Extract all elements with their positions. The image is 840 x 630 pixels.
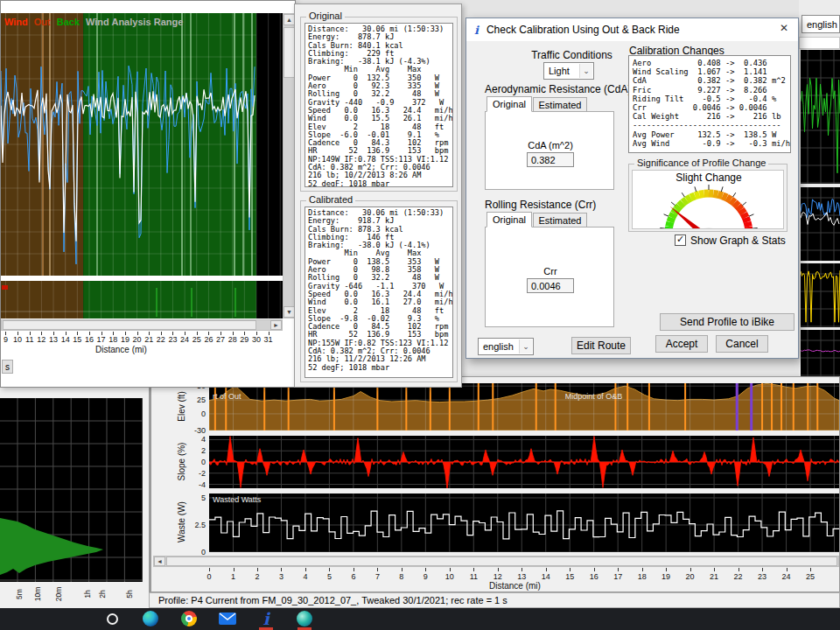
legend-item: Wind Analysis Range [86, 17, 183, 27]
significance-gauge: Slight Change [632, 170, 784, 229]
slope-y-ticks: 420-2-4 [185, 436, 207, 488]
crr-field[interactable]: 0.0046 [527, 278, 574, 293]
tab-crr-estimated[interactable]: Estimated [533, 213, 587, 228]
profile-h-scroll-thumb[interactable] [166, 556, 837, 566]
edge-icon[interactable] [141, 609, 160, 628]
tick-label: 25 [803, 572, 817, 581]
tick-label: 10 [11, 335, 24, 344]
gauge-value-label: Slight Change [633, 172, 784, 184]
original-stats-title: Original [306, 10, 345, 21]
wind-h-scroll-thumb[interactable] [3, 320, 256, 330]
wind-analysis-window: WindOutBackWind Analysis Range ▲ ▼ ► 910… [0, 0, 296, 388]
tab-cda-estimated[interactable]: Estimated [533, 97, 587, 112]
tick-label: 1h [83, 584, 92, 604]
tick-label: 13 [47, 335, 60, 344]
tick-label: 15 [563, 572, 577, 581]
tick-label: 1 [227, 572, 241, 581]
tab-crr-original[interactable]: Original [486, 212, 532, 228]
edit-route-button[interactable]: Edit Route [571, 337, 631, 354]
tick-label: 24 [178, 335, 191, 344]
tick-label: 25 [185, 396, 206, 404]
tick-label: 31 [262, 335, 275, 344]
crr-group-title: Rolling Resistance (Crr) [485, 199, 596, 211]
original-stats-group: Original Distance: 30.06 mi (1:50:33) En… [300, 17, 458, 192]
tick-label: 12 [491, 572, 505, 581]
tick-label: -2 [185, 469, 206, 478]
tick-label: 11 [24, 335, 36, 344]
tick-label: 7 [370, 572, 384, 581]
chrome-icon[interactable] [179, 609, 199, 628]
tick-label: 27 [214, 335, 227, 344]
tick-label: 22 [155, 335, 167, 344]
tick-label: 9 [418, 572, 432, 581]
ibike-isaac-icon[interactable]: i [256, 609, 276, 628]
power-trace-panel [801, 50, 840, 184]
meanmax-chart [0, 398, 143, 582]
tick-label: 15 [71, 335, 83, 344]
tick-label: 12 [35, 335, 47, 344]
tick-label: 6 [346, 572, 360, 581]
tick-label: 8 [395, 572, 409, 581]
profile-h-scrollbar[interactable]: ◄ [153, 556, 839, 567]
slope-chart [209, 436, 839, 488]
meanmax-window: 5m10m20m1h2h5h [0, 388, 150, 608]
launcher-icon[interactable] [102, 609, 122, 628]
tick-label: 22 [732, 572, 746, 581]
traffic-conditions-select[interactable]: Light [543, 62, 594, 80]
tick-label: 18 [107, 335, 119, 344]
calibration-changes-text: Aero 0.408 -> 0.436 Wind Scaling 1.067 -… [628, 55, 791, 153]
tick-label: 11 [466, 572, 480, 581]
heart-rate-trace-panel [801, 330, 840, 376]
ride-stats-window: Original Distance: 30.06 mi (1:50:33) En… [294, 4, 462, 388]
tick-label: 17 [611, 572, 625, 581]
mail-icon[interactable] [218, 609, 237, 628]
tick-label: 20 [131, 335, 144, 344]
legend-item: Out [34, 17, 51, 27]
cda-field[interactable]: 0.382 [527, 152, 574, 167]
tick-label: 0 [185, 410, 206, 418]
tick-label: 16 [587, 572, 601, 581]
significance-group: Significance of Profile Change Slight Ch… [628, 164, 788, 232]
accept-button[interactable]: Accept [655, 335, 708, 353]
tick-label: 4 [298, 572, 312, 581]
dialog-language-select[interactable]: english [478, 338, 534, 355]
tick-label: 0 [185, 458, 206, 466]
traffic-conditions-value: Light [549, 66, 570, 76]
background-ride-charts-window: english [799, 0, 840, 376]
tick-label: 13 [514, 572, 528, 581]
tick-label: -30 [185, 426, 206, 435]
tick-label: 10m [33, 584, 42, 604]
wasted-watts-label: Wasted Watts [213, 495, 261, 504]
tick-label: 19 [119, 335, 131, 344]
tick-label: 23 [755, 572, 769, 581]
elev-y-ticks: 50250-30 [185, 383, 207, 430]
taskbar: i [0, 608, 840, 630]
send-profile-button[interactable]: Send Profile to iBike [660, 313, 794, 331]
show-graph-checkbox[interactable] [675, 234, 686, 246]
tick-label: 0 [202, 572, 216, 581]
wind-h-scrollbar[interactable]: ► [1, 319, 283, 331]
scroll-left-button[interactable]: ◄ [154, 556, 165, 566]
dialog-language-value: english [483, 341, 514, 352]
close-icon[interactable]: ✕ [775, 22, 793, 38]
tick-label: 20 [683, 572, 697, 581]
dialog-title: Check Calibration Using Out & Back Ride [486, 24, 680, 36]
scroll-right-button[interactable]: ► [270, 320, 282, 330]
tab-cda-original[interactable]: Original [486, 96, 532, 112]
clipped-corner-button[interactable]: s [2, 360, 13, 374]
profile-x-axis-label: Distance (mi) [489, 581, 541, 591]
waste-y-ticks: 52.50 [185, 494, 207, 552]
tick-label: 5 [322, 572, 336, 581]
cancel-button[interactable]: Cancel [716, 335, 768, 353]
tick-label: 28 [227, 335, 239, 344]
app-logo-icon: i [474, 24, 479, 36]
tick-label: 21 [707, 572, 721, 581]
crr-tab-page: Crr 0.0046 [485, 227, 614, 327]
show-graph-label: Show Graph & Stats [690, 234, 786, 247]
svg-text:Midpoint of O&B: Midpoint of O&B [565, 392, 623, 401]
legend-item: Wind [4, 17, 28, 27]
app-language-select[interactable]: english [802, 15, 840, 33]
dialog-titlebar[interactable]: i Check Calibration Using Out & Back Rid… [466, 18, 798, 41]
tick-label: 29 [238, 335, 250, 344]
media-app-icon[interactable] [295, 609, 314, 628]
